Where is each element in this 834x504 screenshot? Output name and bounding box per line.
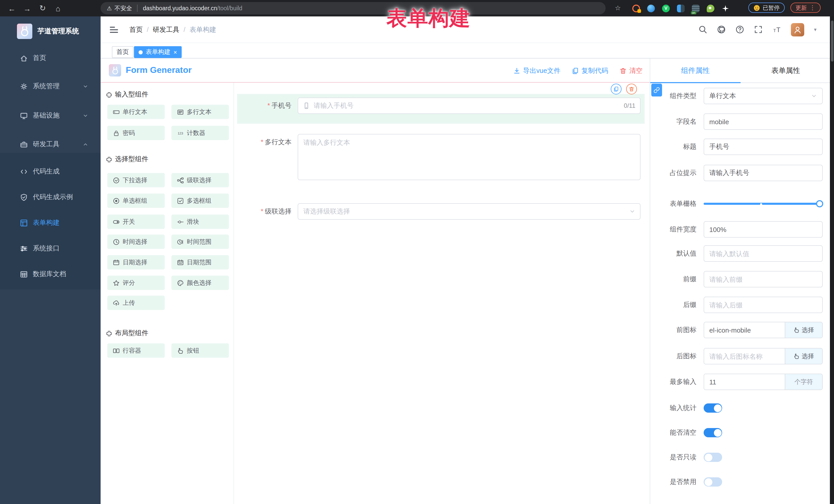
palette-item-counter[interactable]: 计数器	[171, 126, 229, 140]
suffix-icon-choose-button[interactable]: 选择	[785, 349, 822, 364]
tab-component-props[interactable]: 组件属性	[650, 59, 741, 82]
disabled-toggle[interactable]	[704, 477, 722, 486]
extension-icon[interactable]: on	[692, 4, 700, 12]
chevron-up-icon	[83, 141, 88, 147]
default-value-input[interactable]	[704, 245, 823, 262]
sidebar-item-home[interactable]: 首页	[0, 49, 101, 67]
page-scrollbar[interactable]	[830, 17, 834, 504]
extension-icon[interactable]	[647, 4, 655, 12]
browser-forward-icon[interactable]: →	[20, 4, 35, 13]
palette-item-slider[interactable]: 滑块	[171, 215, 229, 229]
form-grid-slider[interactable]	[704, 196, 823, 212]
sidebar-item-devtools[interactable]: 研发工具	[0, 135, 101, 153]
prefix-input[interactable]	[704, 271, 823, 287]
palette-item-switch[interactable]: 开关	[107, 215, 165, 229]
breadcrumb-devtools[interactable]: 研发工具	[153, 25, 179, 34]
palette-item-row-container[interactable]: 行容器	[107, 343, 165, 358]
sidebar-item-db-doc[interactable]: 数据库文档	[0, 265, 101, 283]
user-avatar[interactable]	[791, 23, 804, 36]
suffix-input[interactable]	[704, 297, 823, 313]
export-vue-button[interactable]: 导出vue文件	[513, 66, 561, 75]
sidebar-item-codegen[interactable]: 代码生成	[0, 162, 101, 181]
sidebar-item-codegen-demo[interactable]: 代码生成示例	[0, 188, 101, 206]
palette-item-time-range[interactable]: 时间范围	[171, 235, 229, 249]
sidebar-item-system-api[interactable]: 系统接口	[0, 239, 101, 258]
prop-label: 占位提示	[653, 165, 697, 181]
address-bar[interactable]: ⚠ 不安全 dashboard.yudao.iocoder.cn /tool/b…	[101, 2, 606, 14]
breadcrumb-home[interactable]: 首页	[129, 25, 143, 34]
cascader-select[interactable]: 请选择级联选择	[298, 203, 640, 220]
palette-item-color-picker[interactable]: 颜色选择	[171, 276, 229, 290]
prefix-icon-choose-button[interactable]: 选择	[785, 322, 822, 338]
palette-item-multi-text[interactable]: 多行文本	[171, 105, 229, 119]
form-canvas[interactable]: *手机号 请输入手机号 0/11 *多行文本 请输入多行文本 *级联选择 请选择…	[234, 83, 650, 504]
title-input[interactable]	[704, 138, 823, 155]
palette-item-radio-group[interactable]: 单选框组	[107, 194, 165, 208]
browser-menu-dots-icon[interactable]: ⋮	[809, 4, 815, 11]
sidebar-fold-icon[interactable]	[110, 26, 118, 32]
extension-icon[interactable]	[677, 4, 685, 12]
extension-pin-icon[interactable]	[722, 4, 729, 12]
field-name-input[interactable]	[704, 113, 823, 130]
show-word-limit-toggle[interactable]	[704, 403, 722, 413]
tab-form-props[interactable]: 表单属性	[741, 59, 831, 82]
palette-item-button[interactable]: 按钮	[171, 343, 229, 358]
fullscreen-icon[interactable]	[754, 25, 763, 34]
prop-label: 默认值	[653, 245, 697, 262]
mobile-input[interactable]: 请输入手机号 0/11	[298, 97, 640, 114]
browser-update-button[interactable]: 更新 ⋮	[790, 3, 821, 13]
copy-code-button[interactable]: 复制代码	[572, 66, 608, 75]
multiline-textarea[interactable]: 请输入多行文本	[298, 134, 640, 180]
prefix-icon-input[interactable]	[704, 322, 785, 338]
palette-item-time-picker[interactable]: 时间选择	[107, 235, 165, 249]
widget-delete-button[interactable]	[626, 84, 637, 94]
readonly-toggle[interactable]	[704, 453, 722, 462]
avatar-caret-icon[interactable]: ▾	[814, 27, 816, 32]
tag-close-icon[interactable]: ×	[174, 48, 177, 56]
help-icon[interactable]	[736, 25, 744, 34]
palette-section-title: 布局型组件	[115, 328, 148, 338]
sidebar-item-infra[interactable]: 基础设施	[0, 106, 101, 125]
max-length-unit: 个字符	[785, 374, 822, 390]
palette-item-upload[interactable]: 上传	[107, 295, 165, 310]
component-type-select[interactable]: 单行文本	[704, 88, 823, 104]
palette-item-checkbox-group[interactable]: 多选框组	[171, 194, 229, 208]
clearable-toggle[interactable]	[704, 428, 722, 437]
palette-item-date-range[interactable]: 日期范围	[171, 255, 229, 269]
max-length-input[interactable]	[704, 374, 785, 390]
palette-item-dropdown[interactable]: 下拉选择	[107, 173, 165, 187]
github-icon[interactable]	[717, 25, 726, 34]
app-logo[interactable]: 芋道管理系统	[0, 23, 101, 40]
palette-item-single-text[interactable]: 单行文本	[107, 105, 165, 119]
palette-item-date-picker[interactable]: 日期选择	[107, 255, 165, 269]
scrollbar-thumb[interactable]	[831, 21, 833, 62]
palette-item-label: 按钮	[187, 346, 199, 355]
font-size-icon[interactable]	[772, 25, 781, 34]
profile-paused-chip[interactable]: 已暂停	[748, 3, 785, 13]
browser-back-icon[interactable]: ←	[4, 4, 20, 13]
clear-button[interactable]: 清空	[619, 66, 642, 75]
hand-pointer-icon	[793, 353, 799, 359]
palette-item-password[interactable]: 密码	[107, 126, 165, 140]
tag-form-builder[interactable]: 表单构建 ×	[134, 46, 182, 58]
field-label-text: 级联选择	[265, 207, 291, 215]
tag-home[interactable]: 首页	[112, 46, 133, 58]
widget-duplicate-button[interactable]	[611, 84, 621, 94]
placeholder-input[interactable]	[704, 165, 823, 181]
sidebar-item-form-builder[interactable]: 表单构建	[0, 214, 101, 232]
search-icon[interactable]	[699, 25, 707, 34]
browser-reload-icon[interactable]: ↻	[35, 4, 50, 13]
browser-home-icon[interactable]: ⌂	[50, 4, 66, 13]
extension-icon[interactable]	[632, 4, 640, 12]
extension-icon[interactable]: V	[662, 4, 670, 12]
palette-item-rate[interactable]: 评分	[107, 276, 165, 290]
bookmark-star-icon[interactable]: ☆	[615, 4, 621, 12]
not-secure-warning-icon: ⚠	[107, 5, 112, 12]
palette-item-cascader[interactable]: 级联选择	[171, 173, 229, 187]
component-width-input[interactable]	[704, 221, 823, 238]
suffix-icon-input[interactable]	[704, 349, 785, 364]
sidebar-item-system[interactable]: 系统管理	[0, 77, 101, 95]
slider-track[interactable]	[704, 203, 823, 205]
slider-handle[interactable]	[816, 200, 823, 207]
extension-icon[interactable]	[707, 4, 715, 12]
